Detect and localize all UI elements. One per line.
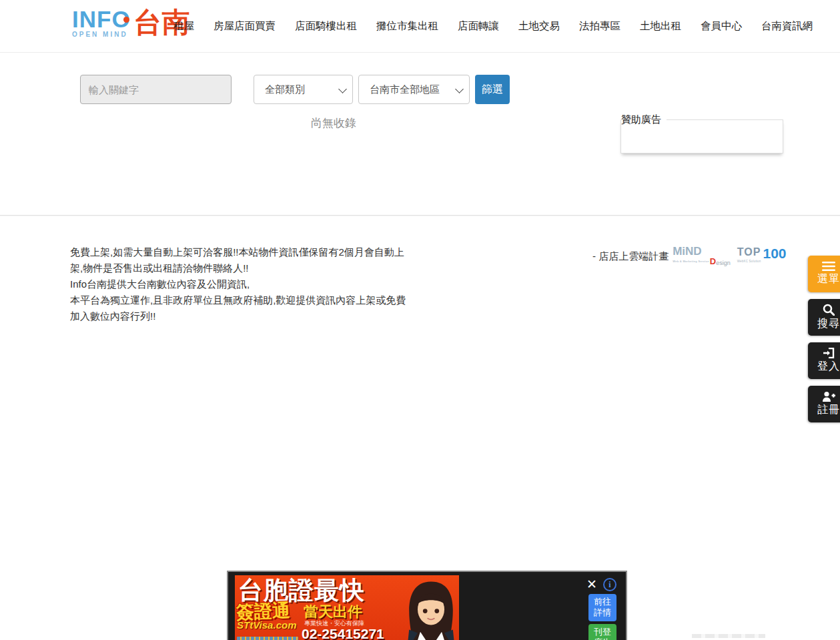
side-register-label: 註冊 — [817, 403, 840, 417]
page: INFO OPEN MIND 台南 租屋 房屋店面買賣 店面騎樓出租 攤位市集出… — [0, 0, 840, 640]
bottom-faint-artifact — [692, 634, 765, 638]
district-select[interactable]: 台南市全部地區 — [358, 75, 470, 104]
ad-creative[interactable]: 台胞證最快 簽證通 當天出件 專業快速・安心有保障 STtVisa.com 02… — [235, 575, 459, 640]
ad-fine-print — [237, 637, 298, 640]
ad-publish-button[interactable]: 刊登 廣告 — [588, 624, 616, 640]
filter-button[interactable]: 篩選 — [475, 75, 510, 104]
nav-item-tainan-info[interactable]: 台南資訊網 — [761, 19, 813, 33]
top100-number: 100 — [763, 248, 786, 260]
sponsor-ad-title: 贊助廣告 — [621, 113, 667, 126]
district-selected-value: 台南市全部地區 — [370, 83, 440, 96]
footer-notice-line2: Info台南提供大台南數位內容及公開資訊, — [70, 276, 412, 292]
mind-logo-text: MiND — [673, 245, 701, 258]
nav-item-member-center[interactable]: 會員中心 — [701, 19, 742, 33]
mind-logo-esign: esign — [716, 260, 731, 266]
side-menu-button[interactable]: 選單 — [808, 256, 840, 292]
nav-item-storefront-rent[interactable]: 店面騎樓出租 — [295, 19, 357, 33]
site-logo[interactable]: INFO OPEN MIND 台南 — [72, 7, 190, 39]
logo-openmind-text: OPEN MIND — [72, 31, 131, 38]
nav-item-house-sale[interactable]: 房屋店面買賣 — [214, 19, 276, 33]
main-nav: 租屋 房屋店面買賣 店面騎樓出租 攤位市集出租 店面轉讓 土地交易 法拍專區 土… — [173, 0, 813, 53]
category-select[interactable]: 全部類別 — [254, 75, 353, 104]
login-icon — [823, 348, 835, 358]
nav-item-land-trade[interactable]: 土地交易 — [518, 19, 560, 33]
nav-item-foreclosure[interactable]: 法拍專區 — [579, 19, 620, 33]
empty-results-message: 尚無收錄 — [311, 115, 356, 131]
ad-woman-illustration — [399, 581, 459, 640]
sponsor-ad-box: 贊助廣告 — [620, 113, 783, 153]
footer-notice-line1: 免費上架,如需大量自動上架可洽客服!!本站物件資訊僅保留有2個月會自動上架,物件… — [70, 244, 412, 276]
footer-partners: - 店店上雲端計畫 MiNDWeb & Marketing Service D … — [592, 247, 787, 266]
search-bar: 全部類別 台南市全部地區 篩選 — [80, 75, 510, 104]
cloud-plan-label: - 店店上雲端計畫 — [592, 250, 669, 263]
logo-info-text: INFO — [72, 9, 131, 29]
top100-logo[interactable]: TOPWebKC Solution 100 — [737, 248, 787, 266]
register-icon — [822, 391, 835, 402]
ad-go-details-button[interactable]: 前往 詳情 — [588, 594, 616, 621]
mind-logo-d: D — [710, 256, 716, 266]
ad-close-icon[interactable]: ✕ — [584, 577, 599, 592]
menu-icon — [822, 262, 835, 271]
side-login-button[interactable]: 登入 — [808, 342, 840, 379]
chevron-down-icon — [455, 85, 464, 93]
ad-publish-line2: 廣告 — [588, 637, 616, 640]
ad-website: STtVisa.com — [237, 619, 296, 631]
side-search-label: 搜尋 — [817, 317, 840, 331]
bottom-ad-banner: 台胞證最快 簽證通 當天出件 專業快速・安心有保障 STtVisa.com 02… — [227, 571, 627, 640]
search-icon — [823, 304, 835, 316]
header: INFO OPEN MIND 台南 租屋 房屋店面買賣 店面騎樓出租 攤位市集出… — [0, 0, 840, 53]
ad-go-line2: 詳情 — [588, 607, 616, 618]
side-login-label: 登入 — [817, 360, 840, 374]
chevron-down-icon — [338, 85, 347, 93]
sponsor-ad-empty-area — [621, 126, 783, 153]
ad-publish-line1: 刊登 — [588, 627, 616, 637]
footer-notice-line3: 本平台為獨立運作,且非政府單位且無政府補助,歡迎提供資訊內容上架或免費加入數位內… — [70, 292, 412, 324]
mind-logo-tagline: Web & Marketing Service — [673, 257, 709, 266]
nav-item-stall-market-rent[interactable]: 攤位市集出租 — [376, 19, 438, 33]
top100-tagline: WebKC Solution — [737, 257, 761, 266]
nav-item-land-rent[interactable]: 土地出租 — [640, 19, 681, 33]
nav-item-store-transfer[interactable]: 店面轉讓 — [458, 19, 499, 33]
side-menu-label: 選單 — [817, 272, 840, 286]
side-search-button[interactable]: 搜尋 — [808, 299, 840, 336]
ad-info-icon[interactable]: i — [603, 578, 616, 591]
category-selected-value: 全部類別 — [265, 83, 305, 96]
keyword-input[interactable] — [80, 75, 232, 104]
side-register-button[interactable]: 註冊 — [808, 386, 840, 422]
logo-info-block: INFO OPEN MIND — [72, 7, 131, 38]
logo-o-dot-icon — [123, 17, 129, 23]
footer-notice: 免費上架,如需大量自動上架可洽客服!!本站物件資訊僅保留有2個月會自動上架,物件… — [70, 244, 412, 324]
top100-top-text: TOP — [737, 246, 761, 258]
mind-design-logo[interactable]: MiNDWeb & Marketing Service D esign — [673, 247, 731, 266]
section-divider — [0, 215, 840, 216]
ad-go-line1: 前往 — [588, 597, 616, 607]
nav-item-rent[interactable]: 租屋 — [173, 19, 194, 33]
ad-phone-number: 02-25415271 — [302, 626, 384, 640]
